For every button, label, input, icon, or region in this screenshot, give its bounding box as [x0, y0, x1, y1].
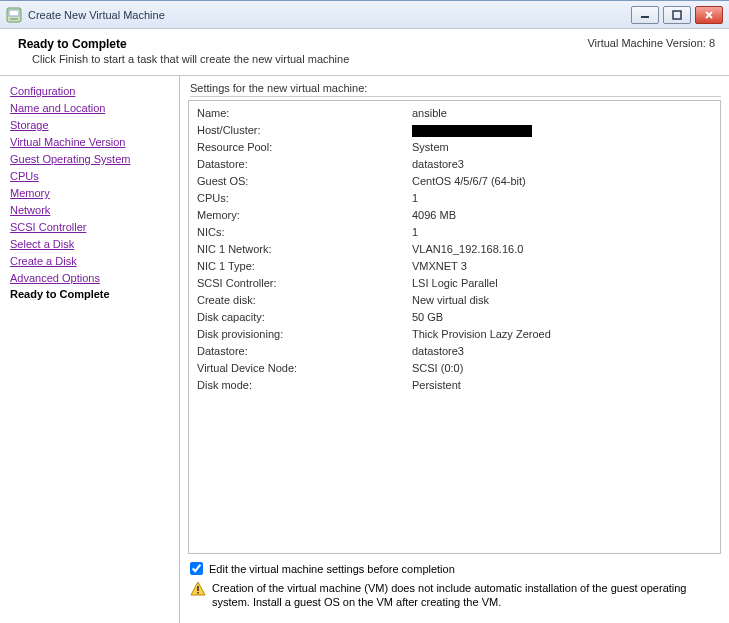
- settings-key: Datastore:: [197, 343, 412, 360]
- settings-row: Guest OS:CentOS 4/5/6/7 (64-bit): [197, 173, 712, 190]
- warning-text: Creation of the virtual machine (VM) doe…: [212, 581, 717, 609]
- redacted-value: [412, 125, 532, 137]
- settings-key: Memory:: [197, 207, 412, 224]
- settings-row: Disk provisioning:Thick Provision Lazy Z…: [197, 326, 712, 343]
- settings-value: [412, 122, 712, 139]
- wizard-step-link[interactable]: CPUs: [10, 169, 39, 183]
- settings-row: Datastore:datastore3: [197, 343, 712, 360]
- settings-row: NIC 1 Type:VMXNET 3: [197, 258, 712, 275]
- wizard-window: Create New Virtual Machine Ready to Comp…: [0, 0, 729, 623]
- close-button[interactable]: [695, 6, 723, 24]
- settings-key: Virtual Device Node:: [197, 360, 412, 377]
- header-text: Ready to Complete Click Finish to start …: [18, 37, 349, 65]
- settings-key: Host/Cluster:: [197, 122, 412, 139]
- settings-value: New virtual disk: [412, 292, 712, 309]
- svg-rect-4: [197, 592, 199, 594]
- vm-version-label: Virtual Machine Version: 8: [587, 37, 715, 49]
- wizard-step-link[interactable]: Select a Disk: [10, 237, 74, 251]
- settings-key: NIC 1 Network:: [197, 241, 412, 258]
- main-area: ConfigurationName and LocationStorageVir…: [0, 76, 729, 623]
- window-title: Create New Virtual Machine: [28, 9, 625, 21]
- settings-value: 1: [412, 224, 712, 241]
- settings-row: Datastore:datastore3: [197, 156, 712, 173]
- settings-row: Resource Pool:System: [197, 139, 712, 156]
- settings-value: datastore3: [412, 156, 712, 173]
- settings-value: VMXNET 3: [412, 258, 712, 275]
- svg-rect-2: [673, 11, 681, 19]
- settings-key: Create disk:: [197, 292, 412, 309]
- wizard-step-link[interactable]: Network: [10, 203, 50, 217]
- settings-row: Disk mode:Persistent: [197, 377, 712, 394]
- settings-value: VLAN16_192.168.16.0: [412, 241, 712, 258]
- titlebar: Create New Virtual Machine: [0, 1, 729, 29]
- settings-value: 1: [412, 190, 712, 207]
- svg-rect-3: [197, 586, 199, 591]
- settings-row: Virtual Device Node:SCSI (0:0): [197, 360, 712, 377]
- settings-row: CPUs:1: [197, 190, 712, 207]
- minimize-button[interactable]: [631, 6, 659, 24]
- settings-key: Resource Pool:: [197, 139, 412, 156]
- settings-row: Name:ansible: [197, 105, 712, 122]
- wizard-step-link[interactable]: Virtual Machine Version: [10, 135, 125, 149]
- settings-key: SCSI Controller:: [197, 275, 412, 292]
- maximize-button[interactable]: [663, 6, 691, 24]
- wizard-step-current: Ready to Complete: [10, 288, 173, 300]
- settings-value: 50 GB: [412, 309, 712, 326]
- settings-row: NIC 1 Network:VLAN16_192.168.16.0: [197, 241, 712, 258]
- wizard-step-link[interactable]: Storage: [10, 118, 49, 132]
- settings-row: Disk capacity:50 GB: [197, 309, 712, 326]
- window-controls: [631, 6, 723, 24]
- settings-key: Disk capacity:: [197, 309, 412, 326]
- settings-key: CPUs:: [197, 190, 412, 207]
- wizard-step-link[interactable]: SCSI Controller: [10, 220, 86, 234]
- settings-value: SCSI (0:0): [412, 360, 712, 377]
- settings-key: Guest OS:: [197, 173, 412, 190]
- wizard-step-link[interactable]: Advanced Options: [10, 271, 100, 285]
- settings-heading: Settings for the new virtual machine:: [190, 82, 721, 97]
- settings-key: Disk mode:: [197, 377, 412, 394]
- wizard-step-link[interactable]: Guest Operating System: [10, 152, 130, 166]
- wizard-steps-sidebar: ConfigurationName and LocationStorageVir…: [0, 76, 180, 623]
- settings-key: Name:: [197, 105, 412, 122]
- wizard-step-link[interactable]: Configuration: [10, 84, 75, 98]
- warning-row: Creation of the virtual machine (VM) doe…: [190, 581, 717, 609]
- settings-value: ansible: [412, 105, 712, 122]
- page-header: Ready to Complete Click Finish to start …: [0, 29, 729, 76]
- page-subtitle: Click Finish to start a task that will c…: [32, 53, 349, 65]
- content-footer: Edit the virtual machine settings before…: [188, 554, 721, 617]
- page-title: Ready to Complete: [18, 37, 349, 51]
- settings-key: Datastore:: [197, 156, 412, 173]
- settings-row: Create disk:New virtual disk: [197, 292, 712, 309]
- app-icon: [6, 7, 22, 23]
- settings-key: NICs:: [197, 224, 412, 241]
- content-pane: Settings for the new virtual machine: Na…: [180, 76, 729, 623]
- settings-value: 4096 MB: [412, 207, 712, 224]
- settings-summary-box: Name:ansibleHost/Cluster:Resource Pool:S…: [188, 100, 721, 554]
- settings-key: NIC 1 Type:: [197, 258, 412, 275]
- settings-value: Persistent: [412, 377, 712, 394]
- settings-value: datastore3: [412, 343, 712, 360]
- settings-value: CentOS 4/5/6/7 (64-bit): [412, 173, 712, 190]
- edit-settings-checkbox[interactable]: [190, 562, 203, 575]
- wizard-step-link[interactable]: Memory: [10, 186, 50, 200]
- settings-value: LSI Logic Parallel: [412, 275, 712, 292]
- wizard-step-link[interactable]: Name and Location: [10, 101, 105, 115]
- settings-row: Host/Cluster:: [197, 122, 712, 139]
- settings-value: Thick Provision Lazy Zeroed: [412, 326, 712, 343]
- settings-value: System: [412, 139, 712, 156]
- warning-icon: [190, 581, 206, 597]
- wizard-step-link[interactable]: Create a Disk: [10, 254, 77, 268]
- svg-rect-1: [9, 10, 19, 16]
- settings-row: SCSI Controller:LSI Logic Parallel: [197, 275, 712, 292]
- edit-settings-checkbox-row[interactable]: Edit the virtual machine settings before…: [190, 562, 717, 575]
- settings-key: Disk provisioning:: [197, 326, 412, 343]
- settings-row: Memory:4096 MB: [197, 207, 712, 224]
- settings-row: NICs:1: [197, 224, 712, 241]
- edit-settings-label: Edit the virtual machine settings before…: [209, 563, 455, 575]
